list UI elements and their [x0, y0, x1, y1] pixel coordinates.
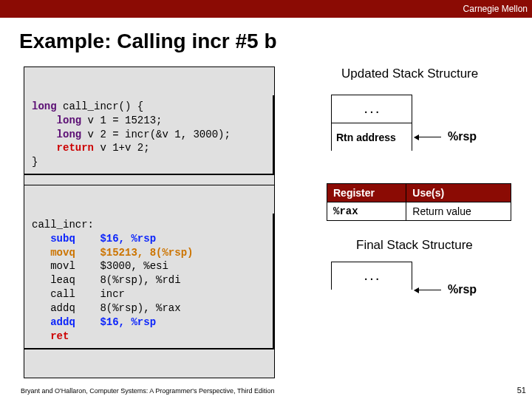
asm-code-inner: call_incr: subq $16, %rsp movq $15213, 8… — [24, 214, 274, 349]
asm-r2-op: movq — [32, 247, 75, 259]
c-l2-kw: long — [32, 115, 81, 126]
stack1-cell-rtn: Rtn address — [332, 123, 412, 151]
table-row: %rax Return value — [327, 202, 511, 221]
rsp-label-1: %rsp — [448, 130, 477, 143]
asm-r5-arg: incr — [75, 288, 125, 300]
c-l4-kw: return — [32, 142, 94, 154]
register-table: Register Use(s) %rax Return value — [327, 183, 511, 221]
c-l1-rest: call_incr() { — [57, 100, 144, 112]
asm-r3-arg: $3000, %esi — [75, 260, 168, 272]
arrow-rsp-2 — [415, 290, 441, 290]
final-stack-box: . . . — [331, 262, 412, 290]
asm-r4-arg: 8(%rsp), %rdi — [75, 274, 181, 286]
asm-r7-arg: $16, %rsp — [75, 316, 156, 328]
c-code-box: long call_incr() { long v 1 = 15213; lon… — [24, 66, 275, 204]
asm-r1-arg: $16, %rsp — [75, 233, 156, 245]
c-l5: } — [32, 156, 38, 168]
regtable-h0: Register — [327, 184, 406, 202]
asm-r4-op: leaq — [32, 274, 75, 286]
c-l3-kw: long — [32, 129, 81, 140]
c-l4-rest: v 1+v 2; — [94, 142, 150, 154]
asm-r3-op: movl — [32, 260, 75, 272]
page-number: 51 — [517, 386, 526, 395]
table-header-row: Register Use(s) — [327, 184, 511, 202]
brand-label: Carnegie Mellon — [463, 4, 528, 14]
asm-r2-arg: $15213, 8(%rsp) — [75, 247, 194, 259]
regtable-h1: Use(s) — [406, 184, 511, 202]
asm-label: call_incr: — [32, 219, 94, 231]
asm-code-box: call_incr: subq $16, %rsp movq $15213, 8… — [24, 185, 275, 378]
stack1-cell-ellipsis: . . . — [332, 95, 412, 123]
updated-stack-box: . . . Rtn address — [331, 95, 412, 151]
slide-content: long call_incr() { long v 1 = 15213; lon… — [0, 66, 532, 392]
arrow-rsp-1 — [415, 137, 441, 137]
asm-r7-op: addq — [32, 316, 75, 328]
regtable-r0c0: %rax — [327, 202, 406, 221]
c-code-inner: long call_incr() { long v 1 = 15213; lon… — [24, 95, 274, 175]
stack2-cell-ellipsis: . . . — [332, 262, 412, 290]
rsp-label-2: %rsp — [448, 283, 477, 296]
asm-r8: ret — [32, 330, 69, 342]
c-l2-rest: v 1 = 15213; — [81, 115, 162, 126]
c-l1-kw: long — [32, 100, 57, 112]
slide-title: Example: Calling incr #5 b — [19, 30, 532, 53]
final-stack-title: Final Stack Structure — [356, 238, 473, 253]
updated-stack-title: Updated Stack Structure — [341, 66, 478, 81]
asm-r6-arg: 8(%rsp), %rax — [75, 302, 181, 314]
footer-citation: Bryant and O'Hallaron, Computer Systems:… — [21, 387, 274, 395]
asm-r6-op: addq — [32, 302, 75, 314]
asm-r5-op: call — [32, 288, 75, 300]
regtable-r0c1: Return value — [406, 202, 511, 221]
header-bar: Carnegie Mellon — [0, 0, 532, 18]
asm-r1-op: subq — [32, 233, 75, 245]
c-l3-rest: v 2 = incr(&v 1, 3000); — [81, 129, 231, 140]
